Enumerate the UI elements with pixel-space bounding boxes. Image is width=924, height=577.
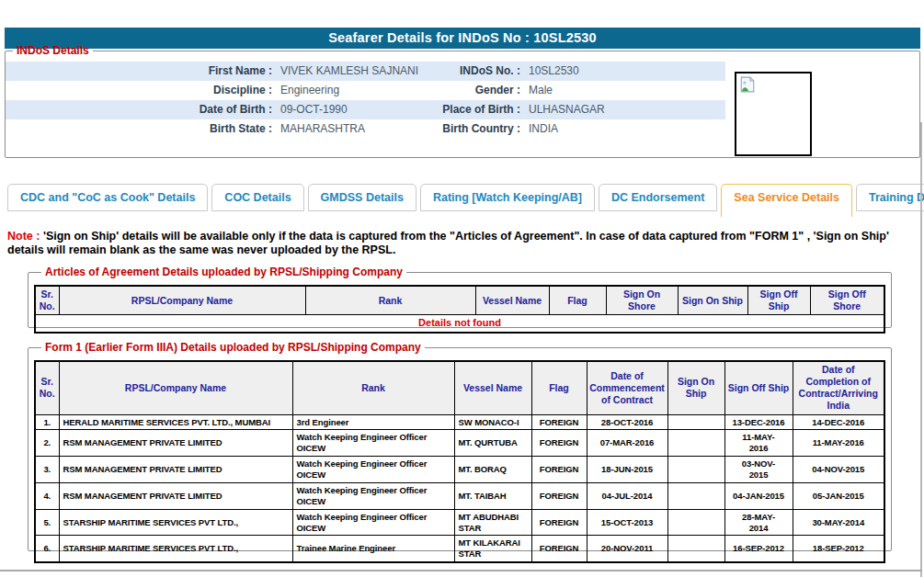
vessel-name: MT ABUDHABI STAR <box>454 509 531 536</box>
place-of-birth-value: ULHASNAGAR <box>520 100 725 119</box>
sign-off-ship: 11-MAY- 2016 <box>724 430 793 457</box>
company-name: HERALD MARITIME SERVICES PVT. LTD., MUMB… <box>59 414 292 430</box>
table-row: 5. STARSHIP MARITIME SERVICES PVT LTD., … <box>35 509 884 536</box>
company-name: STARSHIP MARITIME SERVICES PVT LTD., <box>59 509 292 536</box>
sr-no: 2. <box>35 430 59 457</box>
col-flag: Flag <box>549 286 606 315</box>
completion-date: 14-DEC-2016 <box>793 414 884 430</box>
window-right-edge <box>920 122 922 577</box>
col-rank: Rank <box>292 361 454 414</box>
form1-section: Form 1 (Earlier Form IIIA) Details uploa… <box>28 341 892 551</box>
table-header-row: Sr. No. RPSL/Company Name Rank Vessel Na… <box>35 361 884 414</box>
empty-row: Details not found <box>35 315 884 333</box>
date-of-birth-value: 09-OCT-1990 <box>272 100 424 119</box>
rank: 3rd Engineer <box>292 414 454 430</box>
col-sign-on-ship: Sign On Ship <box>667 361 724 414</box>
sr-no: 6. <box>35 536 59 562</box>
broken-image-icon <box>739 80 756 96</box>
indos-row: Discipline : Engineering Gender : Male <box>6 81 725 100</box>
commencement-date: 28-OCT-2016 <box>587 414 667 430</box>
first-name-value: VIVEK KAMLESH SAJNANI <box>272 62 424 81</box>
indos-row: First Name : VIVEK KAMLESH SAJNANI INDoS… <box>6 62 725 81</box>
rank: Watch Keeping Engineer Officer OICEW <box>292 509 454 536</box>
rank: Watch Keeping Engineer Officer OICEW <box>292 430 454 457</box>
col-rank: Rank <box>305 286 475 315</box>
birth-country-label: Birth Country : <box>424 119 520 139</box>
details-not-found-message: Details not found <box>35 315 884 333</box>
tab-rating-watch-keeping-ab[interactable]: Rating [Watch Keeping/AB] <box>420 184 595 211</box>
tab-dc-endorsement[interactable]: DC Endorsement <box>599 184 717 211</box>
flag: FOREIGN <box>531 536 587 562</box>
seafarer-photo <box>735 72 812 156</box>
vessel-name: MT. TAIBAH <box>454 482 531 509</box>
discipline-value: Engineering <box>272 81 424 100</box>
sign-off-ship: 13-DEC-2016 <box>724 414 793 430</box>
col-vessel-name: Vessel Name <box>454 361 531 414</box>
col-sign-on-ship: Sign On Ship <box>678 286 747 315</box>
sign-on-ship <box>667 430 724 457</box>
place-of-birth-label: Place of Birth : <box>424 100 520 119</box>
table-row: 2. RSM MANAGEMENT PRIVATE LIMITED Watch … <box>35 430 884 457</box>
sign-on-ship <box>667 482 724 509</box>
vessel-name: SW MONACO-I <box>454 414 531 430</box>
discipline-label: Discipline : <box>6 81 272 100</box>
date-of-birth-label: Date of Birth : <box>6 100 272 119</box>
sign-off-ship: 28-MAY- 2014 <box>724 509 793 536</box>
gender-label: Gender : <box>424 81 520 100</box>
birth-state-label: Birth State : <box>6 119 272 139</box>
commencement-date: 18-JUN-2015 <box>587 457 667 483</box>
table-row: 4. RSM MANAGEMENT PRIVATE LIMITED Watch … <box>35 482 884 509</box>
indos-row: Birth State : MAHARASHTRA Birth Country … <box>6 119 725 139</box>
sr-no: 3. <box>35 457 59 483</box>
col-vessel-name: Vessel Name <box>475 286 549 315</box>
rank: Trainee Marine Engineer <box>292 536 454 562</box>
company-name: RSM MANAGEMENT PRIVATE LIMITED <box>59 430 292 457</box>
col-rpsl-company-name: RPSL/Company Name <box>59 286 305 315</box>
col-sr-no: Sr. No. <box>35 286 59 315</box>
table-row: 1. HERALD MARITIME SERVICES PVT. LTD., M… <box>35 414 884 430</box>
tab-coc-details[interactable]: COC Details <box>211 184 303 211</box>
commencement-date: 15-OCT-2013 <box>587 509 667 536</box>
rank: Watch Keeping Engineer Officer OICEW <box>292 457 454 483</box>
flag: FOREIGN <box>531 509 587 536</box>
sr-no: 4. <box>35 482 59 509</box>
indos-details-grid: First Name : VIVEK KAMLESH SAJNANI INDoS… <box>6 62 725 139</box>
indos-row: Date of Birth : 09-OCT-1990 Place of Bir… <box>6 100 725 119</box>
company-name: RSM MANAGEMENT PRIVATE LIMITED <box>59 457 292 483</box>
tab-gmdss-details[interactable]: GMDSS Details <box>308 184 416 211</box>
birth-country-value: INDIA <box>520 119 725 139</box>
completion-date: 05-JAN-2015 <box>793 482 884 509</box>
col-rpsl-company-name: RPSL/Company Name <box>59 361 292 414</box>
col-date-of-completion: Date of Completion of Contract/Arriving … <box>793 361 884 414</box>
table-row: 6. STARSHIP MARITIME SERVICES PVT LTD., … <box>35 536 884 562</box>
company-name: STARSHIP MARITIME SERVICES PVT LTD., <box>59 536 292 562</box>
sign-on-ship <box>667 509 724 536</box>
sign-off-ship: 03-NOV- 2015 <box>724 457 793 483</box>
table-row: 3. RSM MANAGEMENT PRIVATE LIMITED Watch … <box>35 457 884 483</box>
tab-cdc-coc-as-cook-details[interactable]: CDC and "CoC as Cook" Details <box>7 184 208 211</box>
completion-date: 11-MAY-2016 <box>793 430 884 457</box>
col-sign-off-ship: Sign Off Ship <box>724 361 793 414</box>
tab-bar: CDC and "CoC as Cook" Details COC Detail… <box>7 184 924 217</box>
vessel-name: MT KILAKARAI STAR <box>454 536 531 562</box>
completion-date: 18-SEP-2012 <box>793 536 884 562</box>
articles-of-agreement-table: Sr. No. RPSL/Company Name Rank Vessel Na… <box>34 285 885 334</box>
note-label: Note : <box>7 230 40 243</box>
form1-legend: Form 1 (Earlier Form IIIA) Details uploa… <box>41 341 425 354</box>
company-name: RSM MANAGEMENT PRIVATE LIMITED <box>59 482 292 509</box>
vessel-name: MT. BORAQ <box>454 457 531 483</box>
birth-state-value: MAHARASHTRA <box>272 119 424 139</box>
col-sign-on-shore: Sign On Shore <box>606 286 678 315</box>
sign-on-ship <box>667 414 724 430</box>
commencement-date: 07-MAR-2016 <box>587 430 667 457</box>
tab-sea-service-details[interactable]: Sea Service Details <box>721 184 852 217</box>
commencement-date: 20-NOV-2011 <box>587 536 667 562</box>
flag: FOREIGN <box>531 482 587 509</box>
tab-training-details[interactable]: Training Details <box>856 184 924 211</box>
form1-table: Sr. No. RPSL/Company Name Rank Vessel Na… <box>34 360 885 563</box>
col-sign-off-shore: Sign Off Shore <box>810 286 884 315</box>
indos-details-legend: INDoS Details <box>13 44 93 57</box>
sign-off-ship: 16-SEP-2012 <box>724 536 793 562</box>
sign-on-ship <box>667 457 724 483</box>
indos-no-value: 10SL2530 <box>520 62 725 81</box>
